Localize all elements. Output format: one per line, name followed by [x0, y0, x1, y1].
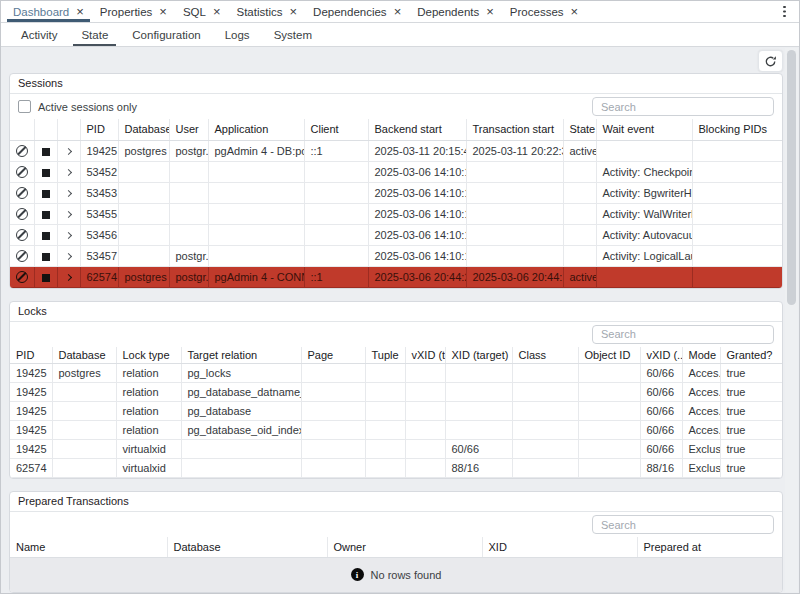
table-row[interactable]: 19425relationpg_database_datname_ind...6…: [10, 383, 782, 402]
cancel-session-icon[interactable]: [16, 271, 28, 283]
tab-processes[interactable]: Processes×: [502, 1, 586, 22]
column-header-lock-type[interactable]: Lock type: [116, 347, 181, 364]
cancel-session-icon[interactable]: [16, 208, 28, 220]
column-header-database[interactable]: Database: [118, 119, 169, 140]
column-header-pid[interactable]: PID: [80, 119, 118, 140]
column-header-database[interactable]: Database: [167, 537, 327, 557]
cancel-session-icon-cell[interactable]: [10, 266, 34, 287]
expand-row-icon[interactable]: [65, 253, 72, 260]
column-header-prepared-at[interactable]: Prepared at: [637, 537, 782, 557]
expand-row-icon[interactable]: [65, 274, 72, 281]
column-header-application[interactable]: Application: [208, 119, 304, 140]
column-header-object-id[interactable]: Object ID: [578, 347, 640, 364]
close-icon[interactable]: ×: [571, 5, 579, 18]
locks-search-input[interactable]: [592, 325, 774, 344]
prepared-search-input[interactable]: [592, 515, 774, 534]
terminate-session-icon-cell[interactable]: [34, 266, 57, 287]
tab-statistics[interactable]: Statistics×: [228, 1, 305, 22]
expand-row-icon-cell[interactable]: [57, 203, 80, 224]
column-header-tuple[interactable]: Tuple: [365, 347, 405, 364]
terminate-session-icon[interactable]: [42, 190, 50, 198]
terminate-session-icon[interactable]: [42, 211, 50, 219]
table-row[interactable]: 534532025-03-06 14:10:11 ...Activity: Bg…: [10, 182, 782, 203]
tab-dependents[interactable]: Dependents×: [409, 1, 502, 22]
column-header-wait-event[interactable]: Wait event: [596, 119, 692, 140]
terminate-session-icon-cell[interactable]: [34, 140, 57, 161]
sessions-search-input[interactable]: [592, 97, 774, 116]
tab-dependencies[interactable]: Dependencies×: [305, 1, 409, 22]
column-header-owner[interactable]: Owner: [327, 537, 482, 557]
table-row[interactable]: 53457postgr...2025-03-06 14:10:11 ...Act…: [10, 245, 782, 266]
vertical-scrollbar[interactable]: [785, 48, 798, 592]
cancel-session-icon[interactable]: [16, 250, 28, 262]
close-icon[interactable]: ×: [394, 5, 402, 18]
terminate-session-icon[interactable]: [42, 232, 50, 240]
tab-sql[interactable]: SQL×: [175, 1, 229, 22]
terminate-session-icon-cell[interactable]: [34, 224, 57, 245]
expand-row-icon-cell[interactable]: [57, 140, 80, 161]
table-row[interactable]: 534562025-03-06 14:10:11 ...Activity: Au…: [10, 224, 782, 245]
subtab-state[interactable]: State: [69, 23, 120, 46]
column-header-blocking-pids[interactable]: Blocking PIDs: [692, 119, 782, 140]
cancel-session-icon[interactable]: [16, 187, 28, 199]
expand-row-icon-cell[interactable]: [57, 266, 80, 287]
terminate-session-icon-cell[interactable]: [34, 245, 57, 266]
table-row[interactable]: 19425relationpg_database_oid_index60/66A…: [10, 421, 782, 440]
expand-row-icon-cell[interactable]: [57, 224, 80, 245]
cancel-session-icon[interactable]: [16, 145, 28, 157]
cancel-session-icon-cell[interactable]: [10, 182, 34, 203]
column-header-page[interactable]: Page: [301, 347, 365, 364]
terminate-session-icon-cell[interactable]: [34, 203, 57, 224]
cancel-session-icon-cell[interactable]: [10, 224, 34, 245]
active-sessions-checkbox[interactable]: [18, 100, 31, 113]
column-header-user[interactable]: User: [169, 119, 208, 140]
column-header-xid[interactable]: XID: [482, 537, 637, 557]
column-header-vxid[interactable]: vXID (...: [640, 347, 682, 364]
expand-row-icon[interactable]: [65, 169, 72, 176]
cancel-session-icon-cell[interactable]: [10, 140, 34, 161]
subtab-system[interactable]: System: [262, 23, 324, 46]
expand-row-icon-cell[interactable]: [57, 182, 80, 203]
table-row[interactable]: 62574virtualxid88/1688/16Exclusi...true: [10, 459, 782, 478]
expand-row-icon[interactable]: [65, 232, 72, 239]
column-header-target-relation[interactable]: Target relation: [181, 347, 301, 364]
column-header-xid-target[interactable]: XID (target): [445, 347, 512, 364]
column-header-pid[interactable]: PID: [10, 347, 52, 364]
cancel-session-icon-cell[interactable]: [10, 203, 34, 224]
refresh-button[interactable]: [758, 50, 783, 72]
terminate-session-icon[interactable]: [42, 148, 50, 156]
terminate-session-icon-cell[interactable]: [34, 161, 57, 182]
cancel-session-icon[interactable]: [16, 166, 28, 178]
column-header-vxid-t[interactable]: vXID (t...: [405, 347, 445, 364]
terminate-session-icon-cell[interactable]: [34, 182, 57, 203]
expand-row-icon[interactable]: [65, 211, 72, 218]
expand-row-icon-cell[interactable]: [57, 245, 80, 266]
cancel-session-icon-cell[interactable]: [10, 245, 34, 266]
column-header-class[interactable]: Class: [512, 347, 578, 364]
column-header-backend-start[interactable]: Backend start: [368, 119, 466, 140]
kebab-menu-icon[interactable]: [777, 5, 791, 19]
subtab-logs[interactable]: Logs: [213, 23, 262, 46]
terminate-session-icon[interactable]: [42, 253, 50, 261]
terminate-session-icon[interactable]: [42, 169, 50, 177]
table-row[interactable]: 19425virtualxid60/6660/66Exclusi...true: [10, 440, 782, 459]
terminate-session-icon[interactable]: [42, 274, 50, 282]
close-icon[interactable]: ×: [76, 5, 84, 18]
table-row[interactable]: 19425postgrespostgr...pgAdmin 4 - DB:pos…: [10, 140, 782, 161]
tab-dashboard[interactable]: Dashboard×: [5, 1, 92, 22]
table-row[interactable]: 62574postgrespostgr...pgAdmin 4 - CONN:6…: [10, 266, 782, 287]
close-icon[interactable]: ×: [486, 5, 494, 18]
cancel-session-icon[interactable]: [16, 229, 28, 241]
column-header-granted[interactable]: Granted?: [720, 347, 782, 364]
subtab-configuration[interactable]: Configuration: [120, 23, 212, 46]
column-header-transaction-start[interactable]: Transaction start: [466, 119, 563, 140]
column-header-state[interactable]: State: [563, 119, 596, 140]
close-icon[interactable]: ×: [290, 5, 298, 18]
expand-row-icon[interactable]: [65, 148, 72, 155]
expand-row-icon-cell[interactable]: [57, 161, 80, 182]
table-row[interactable]: 19425postgresrelationpg_locks60/66Acces.…: [10, 364, 782, 383]
cancel-session-icon-cell[interactable]: [10, 161, 34, 182]
table-row[interactable]: 534552025-03-06 14:10:11 ...Activity: Wa…: [10, 203, 782, 224]
column-header-client[interactable]: Client: [304, 119, 368, 140]
subtab-activity[interactable]: Activity: [9, 23, 69, 46]
